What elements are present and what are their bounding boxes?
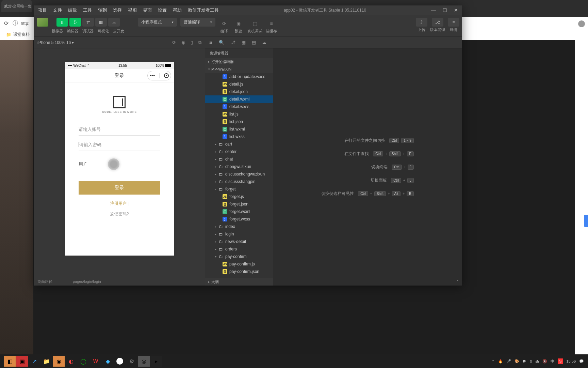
explorer-icon[interactable]: 🗎 [208, 40, 213, 45]
more-icon[interactable]: ⋯ [264, 51, 268, 56]
git-icon[interactable]: ⎇ [230, 40, 235, 45]
menu-item[interactable]: 帮助 [173, 7, 182, 13]
file-item[interactable]: {}list.json [205, 118, 273, 125]
tray-icon[interactable]: 🎤 [506, 359, 511, 364]
file-item[interactable]: ◫detail.wxml [205, 95, 273, 103]
minimize-icon[interactable]: — [431, 7, 436, 13]
tray-icon[interactable]: 🗣 [523, 359, 526, 363]
phone-icon[interactable]: ▯ [191, 40, 193, 45]
folder-item[interactable]: ▸🗀news-detail [205, 238, 273, 245]
record-icon[interactable]: ◉ [181, 40, 185, 45]
file-item[interactable]: ⟆add-or-update.wxss [205, 73, 273, 80]
rotate-icon[interactable]: ⟳ [172, 40, 176, 45]
avatar-button[interactable] [37, 18, 48, 27]
menu-item[interactable]: 项目 [38, 7, 47, 13]
file-item[interactable]: JSlist.js [205, 110, 273, 118]
side-panel-icon[interactable] [584, 215, 588, 227]
folder-item[interactable]: ▸🗀chat [205, 155, 273, 163]
menu-item[interactable]: 编辑 [68, 7, 77, 13]
browser-tab[interactable]: 戒营-全网唯一集免费 [1, 0, 32, 12]
mode-dropdown[interactable]: 小程序模式▾ [138, 18, 177, 27]
compile-dropdown[interactable]: 普通编译▾ [180, 18, 215, 27]
popout-icon[interactable]: ⧉ [198, 40, 201, 45]
taskbar-app-icon[interactable]: ▸ [150, 356, 162, 367]
login-button[interactable]: 登录 [79, 181, 160, 195]
tray-icon[interactable]: ▯ [530, 359, 532, 364]
cloud-button[interactable]: ☁ [108, 18, 120, 27]
taskbar-app-icon[interactable]: ⚙ [126, 356, 137, 367]
taskbar-app-icon[interactable] [116, 358, 123, 365]
tray-icon[interactable]: 🖧 [535, 359, 539, 363]
tray-icon[interactable]: 🔇 [542, 359, 547, 364]
file-item[interactable]: {}detail.json [205, 88, 273, 95]
file-item[interactable]: JSforget.js [205, 193, 273, 200]
file-item[interactable]: {}forget.json [205, 200, 273, 208]
folder-item[interactable]: ▸🗀chongwuzixun [205, 163, 273, 170]
reload-icon[interactable]: ⟳ [4, 20, 9, 27]
menu-item[interactable]: 设置 [158, 7, 167, 13]
folder-item[interactable]: ▸🗀discussshangpin [205, 178, 273, 185]
notification-icon[interactable]: 💬 [579, 359, 584, 364]
file-item[interactable]: ⟆forget.wxss [205, 215, 273, 223]
folder-item[interactable]: ▾🗀pay-confirm [205, 253, 273, 260]
upload-button[interactable]: ⤴ [416, 18, 427, 27]
taskbar-app-icon[interactable]: ◐ [65, 356, 77, 367]
cloud-icon[interactable]: ☁ [262, 40, 266, 45]
username-input[interactable]: 请输入账号 [79, 124, 160, 136]
file-item[interactable]: ⟆list.wxss [205, 133, 273, 140]
folder-item[interactable]: ▸🗀login [205, 230, 273, 238]
ime-indicator[interactable]: 中 [551, 359, 554, 364]
taskbar-app-icon[interactable]: 📁 [41, 356, 52, 367]
file-item[interactable]: JSdetail.js [205, 80, 273, 88]
compile-icon[interactable]: ⟳ [219, 19, 230, 28]
folder-item[interactable]: ▾🗀forget [205, 185, 273, 193]
project-section[interactable]: ▾MP-WEIXIN [205, 65, 273, 73]
tray-icon[interactable]: S [558, 358, 563, 364]
taskbar-app-icon[interactable]: ▣ [16, 356, 28, 367]
folder-item[interactable]: ▸🗀cart [205, 140, 273, 148]
register-link[interactable]: 注册用户 [110, 201, 127, 206]
menu-item[interactable]: 工具 [83, 7, 92, 13]
bookmark-item[interactable]: 课堂资料 [13, 32, 30, 37]
open-editors-section[interactable]: ▸打开的编辑器 [205, 58, 273, 65]
taskbar-app-icon[interactable]: ◉ [53, 356, 65, 367]
tray-icon[interactable]: 🔥 [498, 359, 503, 364]
simulator-button[interactable]: ▯ [56, 18, 68, 27]
folder-item[interactable]: ▸🗀index [205, 223, 273, 230]
version-button[interactable]: ⎇ [432, 18, 443, 27]
forgot-link[interactable]: 忘记密码? [110, 211, 129, 217]
file-item[interactable]: {}pay-confirm.json [205, 268, 273, 275]
taskbar-app-icon[interactable]: ◆ [102, 356, 114, 367]
tray-icon[interactable]: 🎨 [514, 359, 519, 364]
file-item[interactable]: ⟆detail.wxss [205, 103, 273, 110]
menu-item[interactable]: 微信开发者工具 [188, 7, 219, 13]
ext-icon[interactable]: ▦ [242, 40, 246, 45]
outline-section[interactable]: ▸大纲 [205, 278, 273, 286]
clear-cache-icon[interactable]: ≡ [266, 19, 277, 28]
file-item[interactable]: JSpay-confirm.js [205, 260, 273, 268]
taskbar-app-icon[interactable]: ◎ [138, 356, 150, 367]
password-input[interactable]: 请输入密码 [79, 139, 160, 151]
menu-item[interactable]: 界面 [143, 7, 152, 13]
editor-button[interactable]: ⟨⟩ [69, 18, 81, 27]
menu-dots-icon[interactable]: ••• [150, 73, 155, 78]
visual-button[interactable]: ▦ [95, 18, 107, 27]
capsule-button[interactable]: ••• [147, 71, 171, 80]
remote-debug-icon[interactable]: ⬚ [249, 19, 260, 28]
preview-icon[interactable]: ◉ [233, 19, 244, 28]
close-icon[interactable]: ✕ [454, 7, 458, 13]
collapse-icon[interactable]: ⌃ [456, 279, 459, 284]
tray-icon[interactable]: ⌃ [492, 359, 495, 364]
detail-button[interactable]: ≡ [448, 18, 459, 27]
menu-item[interactable]: 视图 [128, 7, 137, 13]
folder-item[interactable]: ▸🗀center [205, 148, 273, 155]
taskbar-clock[interactable]: 13:56 [566, 359, 576, 363]
search-icon[interactable]: 🔍 [219, 40, 224, 45]
folder-item[interactable]: ▸🗀orders [205, 245, 273, 253]
taskbar-app-icon[interactable]: ◧ [4, 356, 16, 367]
folder-item[interactable]: ▸🗀discusschongwuzixun [205, 170, 273, 178]
debugger-button[interactable]: ⇄ [82, 18, 94, 27]
taskbar-app-icon[interactable]: ◯ [78, 356, 89, 367]
menu-item[interactable]: 文件 [53, 7, 62, 13]
file-item[interactable]: ◫list.wxml [205, 125, 273, 133]
